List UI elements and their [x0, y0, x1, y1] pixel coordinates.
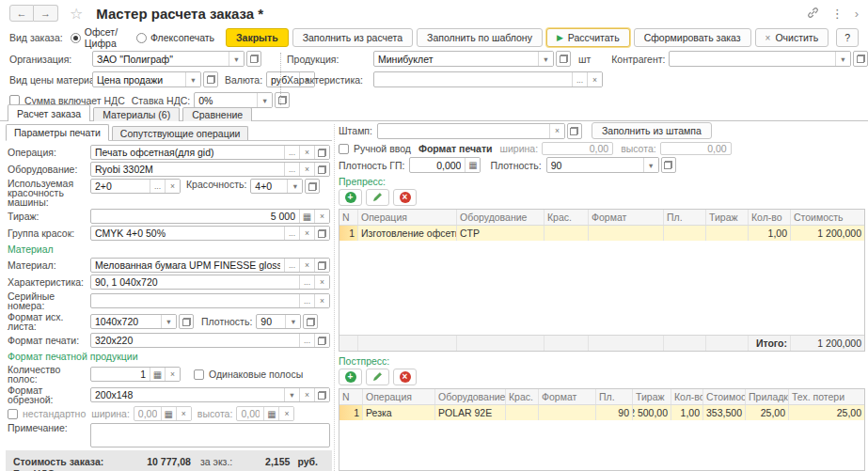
contractor-field[interactable]: ▾	[669, 51, 851, 67]
clear-x-icon[interactable]: ×	[549, 124, 564, 138]
calculator-icon[interactable]: ▦	[465, 158, 480, 172]
same-pages-checkbox[interactable]	[194, 369, 204, 380]
column-header[interactable]: Приладка	[746, 389, 789, 404]
material-characteristic-field[interactable]: ... ×	[90, 275, 330, 290]
choose-icon[interactable]: ...	[284, 227, 299, 240]
tab-print-params[interactable]: Параметры печати	[6, 124, 109, 141]
dropdown-icon[interactable]: ▾	[643, 158, 658, 172]
print-format-field[interactable]: ...	[90, 333, 330, 348]
qty-input[interactable]	[91, 210, 299, 223]
choose-icon[interactable]: ...	[284, 163, 299, 176]
nonstandard-checkbox[interactable]	[8, 409, 18, 419]
fill-from-template-button[interactable]: Заполнить по шаблону	[417, 28, 543, 47]
prepress-delete-button[interactable]: ×	[393, 189, 417, 206]
choose-icon[interactable]: ...	[150, 180, 165, 193]
density-open-button[interactable]	[303, 314, 318, 329]
tab-calc-order[interactable]: Расчет заказа	[8, 104, 90, 121]
sheet-format-field[interactable]: ▾	[90, 314, 177, 329]
open-button[interactable]	[314, 388, 329, 401]
column-header[interactable]: Оборудование	[457, 210, 544, 225]
clear-x-icon[interactable]: ×	[299, 388, 314, 401]
density-field[interactable]: ▾	[256, 314, 301, 329]
column-header[interactable]: Оборудование	[435, 389, 506, 404]
column-header[interactable]: Операция	[358, 210, 457, 225]
colors-field[interactable]: ▾	[250, 179, 303, 194]
calculate-button[interactable]: ▶ Рассчитать	[546, 28, 630, 47]
choose-icon[interactable]: ...	[299, 294, 314, 307]
clear-x-icon[interactable]: ×	[314, 275, 329, 289]
stamp-open-button[interactable]	[567, 123, 582, 139]
open-button[interactable]	[314, 163, 329, 176]
column-header[interactable]: Крас.	[544, 210, 589, 225]
clear-x-icon[interactable]: ×	[165, 180, 180, 193]
clear-x-icon[interactable]: ×	[314, 210, 329, 223]
dropdown-icon[interactable]: ▾	[835, 52, 850, 66]
forward-button[interactable]: →	[34, 5, 58, 22]
table-row[interactable]: 1 Резка POLAR 92E 90 2 500,00 1,00 353,5…	[339, 405, 864, 420]
density-gp-field[interactable]: ▦	[409, 157, 481, 173]
ink-group-input[interactable]	[91, 227, 284, 240]
clear-button[interactable]: × Очистить	[755, 28, 829, 47]
contractor-input[interactable]	[670, 52, 835, 66]
characteristic-field[interactable]: ... ×	[373, 71, 603, 87]
radio-offset-digital[interactable]: Офсет/Цифра	[71, 26, 125, 49]
favorite-star-icon[interactable]: ☆	[70, 5, 83, 23]
stamp-density-input[interactable]	[547, 158, 643, 172]
characteristic-input[interactable]	[374, 72, 572, 86]
density-input[interactable]	[257, 315, 285, 328]
operation-input[interactable]	[91, 146, 284, 159]
contractor-open-button[interactable]	[853, 51, 868, 67]
stamp-input[interactable]	[378, 124, 549, 138]
column-header[interactable]: Крас.	[506, 389, 539, 404]
material-field[interactable]: ... ×	[90, 258, 330, 273]
table-row[interactable]: 1 Изготовление офсетны... CTP 1,00 1 200…	[339, 226, 864, 241]
dropdown-icon[interactable]: ▾	[229, 52, 244, 66]
column-header[interactable]: Стоимость	[791, 210, 864, 225]
org-open-button[interactable]	[246, 51, 261, 67]
print-format-input[interactable]	[91, 334, 299, 347]
sheet-format-input[interactable]	[91, 315, 161, 328]
tab-compare[interactable]: Сравнение	[182, 107, 252, 121]
back-button[interactable]: ←	[9, 5, 34, 22]
column-header[interactable]: Пл.	[596, 389, 633, 404]
postpress-add-button[interactable]: +	[339, 369, 362, 385]
colors-input[interactable]	[251, 180, 287, 193]
open-button[interactable]	[314, 227, 329, 240]
open-button[interactable]	[314, 259, 329, 272]
column-header[interactable]: Кол-во	[749, 210, 791, 225]
help-button[interactable]: ?	[836, 28, 859, 47]
collapse-chevron-icon[interactable]: ›	[855, 7, 859, 21]
column-header[interactable]: N	[339, 210, 358, 225]
dropdown-icon[interactable]: ▾	[284, 388, 299, 401]
clear-x-icon[interactable]: ×	[587, 72, 602, 86]
close-button[interactable]: Закрыть	[226, 28, 289, 47]
column-header[interactable]: Формат	[589, 210, 664, 225]
column-header[interactable]: Тираж	[706, 210, 749, 225]
fill-from-calc-button[interactable]: Заполнить из расчета	[292, 28, 413, 47]
material-characteristic-input[interactable]	[91, 275, 299, 289]
open-button[interactable]	[314, 146, 329, 159]
stamp-field[interactable]: ×	[377, 123, 565, 139]
calculator-icon[interactable]: ▦	[150, 368, 165, 381]
dropdown-icon[interactable]: ▾	[185, 72, 200, 86]
column-header[interactable]: Операция	[363, 389, 435, 404]
manual-input-checkbox[interactable]	[339, 144, 349, 154]
material-input[interactable]	[91, 259, 284, 272]
clear-x-icon[interactable]: ×	[299, 146, 314, 159]
machine-colors-input[interactable]	[91, 180, 150, 193]
choose-icon[interactable]: ...	[572, 72, 587, 86]
clear-x-icon[interactable]: ×	[299, 227, 314, 240]
choose-icon[interactable]: ...	[299, 334, 314, 347]
sheet-format-open-button[interactable]	[179, 314, 194, 329]
product-field[interactable]: ▾	[373, 51, 554, 67]
equipment-field[interactable]: ... ×	[90, 162, 330, 177]
prepress-edit-button[interactable]	[366, 189, 389, 206]
trim-format-field[interactable]: ▾ ×	[90, 387, 330, 402]
pages-count-field[interactable]: ▦ ×	[90, 367, 181, 382]
calculator-icon[interactable]: ▦	[299, 210, 314, 223]
serial-numbers-input[interactable]	[91, 294, 299, 307]
column-header[interactable]: Пл.	[664, 210, 706, 225]
note-textarea[interactable]	[90, 423, 330, 447]
equipment-input[interactable]	[91, 163, 284, 176]
stamp-density-field[interactable]: ▾	[546, 157, 659, 173]
